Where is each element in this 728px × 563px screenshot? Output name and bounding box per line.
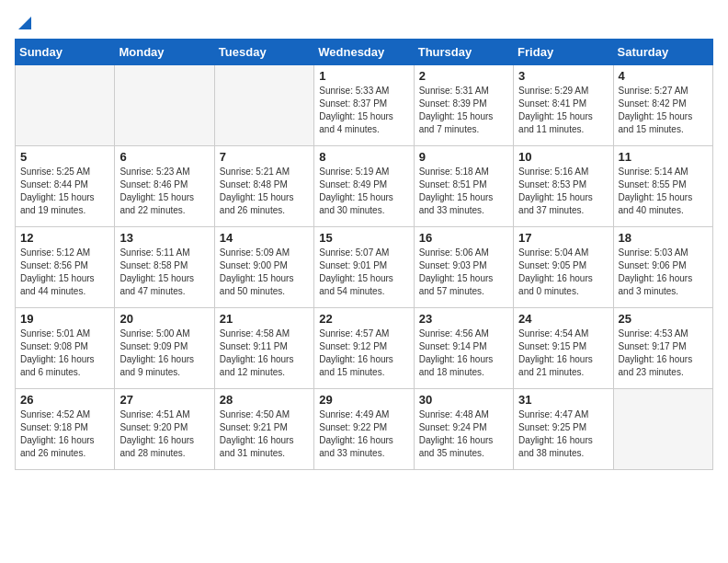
day-number: 22 bbox=[319, 312, 408, 326]
weekday-header-wednesday: Wednesday bbox=[314, 40, 414, 65]
day-number: 27 bbox=[119, 393, 209, 407]
day-number: 9 bbox=[419, 150, 508, 164]
calendar-week-1: 1Sunrise: 5:33 AM Sunset: 8:37 PM Daylig… bbox=[16, 65, 713, 146]
calendar-week-4: 19Sunrise: 5:01 AM Sunset: 9:08 PM Dayli… bbox=[16, 308, 713, 389]
day-info: Sunrise: 5:06 AM Sunset: 9:03 PM Dayligh… bbox=[419, 247, 508, 298]
calendar-day: 25Sunrise: 4:53 AM Sunset: 9:17 PM Dayli… bbox=[613, 308, 712, 389]
day-number: 1 bbox=[319, 69, 408, 83]
day-info: Sunrise: 5:11 AM Sunset: 8:58 PM Dayligh… bbox=[119, 247, 209, 298]
calendar-day: 11Sunrise: 5:14 AM Sunset: 8:55 PM Dayli… bbox=[613, 146, 712, 227]
day-info: Sunrise: 5:04 AM Sunset: 9:05 PM Dayligh… bbox=[518, 247, 608, 298]
day-number: 3 bbox=[518, 69, 608, 83]
day-info: Sunrise: 4:58 AM Sunset: 9:11 PM Dayligh… bbox=[220, 327, 309, 379]
calendar-day: 9Sunrise: 5:18 AM Sunset: 8:51 PM Daylig… bbox=[414, 146, 513, 227]
day-number: 5 bbox=[20, 150, 109, 164]
day-number: 2 bbox=[419, 69, 508, 83]
calendar-day: 22Sunrise: 4:57 AM Sunset: 9:12 PM Dayli… bbox=[314, 308, 414, 389]
weekday-header-thursday: Thursday bbox=[414, 40, 513, 65]
calendar-day: 30Sunrise: 4:48 AM Sunset: 9:24 PM Dayli… bbox=[414, 389, 513, 470]
weekday-header-sunday: Sunday bbox=[16, 40, 115, 65]
day-info: Sunrise: 4:49 AM Sunset: 9:22 PM Dayligh… bbox=[319, 408, 408, 460]
weekday-header-row: SundayMondayTuesdayWednesdayThursdayFrid… bbox=[16, 40, 713, 65]
calendar-day: 2Sunrise: 5:31 AM Sunset: 8:39 PM Daylig… bbox=[414, 65, 513, 146]
calendar-day: 27Sunrise: 4:51 AM Sunset: 9:20 PM Dayli… bbox=[115, 389, 214, 470]
day-info: Sunrise: 4:48 AM Sunset: 9:24 PM Dayligh… bbox=[419, 408, 508, 460]
day-number: 26 bbox=[20, 393, 109, 407]
day-info: Sunrise: 4:57 AM Sunset: 9:12 PM Dayligh… bbox=[319, 327, 408, 379]
day-info: Sunrise: 5:23 AM Sunset: 8:46 PM Dayligh… bbox=[119, 166, 209, 217]
day-number: 8 bbox=[319, 150, 408, 164]
day-info: Sunrise: 4:47 AM Sunset: 9:25 PM Dayligh… bbox=[518, 408, 608, 460]
calendar-day: 29Sunrise: 4:49 AM Sunset: 9:22 PM Dayli… bbox=[314, 389, 414, 470]
calendar-day: 3Sunrise: 5:29 AM Sunset: 8:41 PM Daylig… bbox=[514, 65, 613, 146]
day-number: 16 bbox=[419, 231, 508, 245]
day-number: 19 bbox=[20, 312, 109, 326]
day-info: Sunrise: 4:54 AM Sunset: 9:15 PM Dayligh… bbox=[518, 327, 608, 379]
day-info: Sunrise: 5:25 AM Sunset: 8:44 PM Dayligh… bbox=[20, 166, 109, 217]
calendar-day bbox=[115, 65, 214, 146]
calendar-day: 6Sunrise: 5:23 AM Sunset: 8:46 PM Daylig… bbox=[115, 146, 214, 227]
weekday-header-monday: Monday bbox=[115, 40, 214, 65]
day-info: Sunrise: 5:27 AM Sunset: 8:42 PM Dayligh… bbox=[619, 85, 708, 136]
day-info: Sunrise: 5:12 AM Sunset: 8:56 PM Dayligh… bbox=[20, 247, 109, 298]
day-info: Sunrise: 5:18 AM Sunset: 8:51 PM Dayligh… bbox=[419, 166, 508, 217]
day-info: Sunrise: 5:09 AM Sunset: 9:00 PM Dayligh… bbox=[220, 247, 309, 298]
calendar-day: 17Sunrise: 5:04 AM Sunset: 9:05 PM Dayli… bbox=[514, 227, 613, 308]
calendar-day: 13Sunrise: 5:11 AM Sunset: 8:58 PM Dayli… bbox=[115, 227, 214, 308]
day-number: 23 bbox=[419, 312, 508, 326]
day-number: 14 bbox=[220, 231, 309, 245]
calendar-day: 24Sunrise: 4:54 AM Sunset: 9:15 PM Dayli… bbox=[514, 308, 613, 389]
day-number: 12 bbox=[20, 231, 109, 245]
day-number: 20 bbox=[119, 312, 209, 326]
logo-triangle-icon bbox=[17, 15, 33, 31]
calendar-day: 23Sunrise: 4:56 AM Sunset: 9:14 PM Dayli… bbox=[414, 308, 513, 389]
calendar-day bbox=[613, 389, 712, 470]
calendar-day: 26Sunrise: 4:52 AM Sunset: 9:18 PM Dayli… bbox=[16, 389, 115, 470]
calendar-day: 8Sunrise: 5:19 AM Sunset: 8:49 PM Daylig… bbox=[314, 146, 414, 227]
day-info: Sunrise: 5:03 AM Sunset: 9:06 PM Dayligh… bbox=[619, 247, 708, 298]
weekday-header-friday: Friday bbox=[514, 40, 613, 65]
day-info: Sunrise: 5:01 AM Sunset: 9:08 PM Dayligh… bbox=[20, 327, 109, 379]
calendar-day: 4Sunrise: 5:27 AM Sunset: 8:42 PM Daylig… bbox=[613, 65, 712, 146]
header bbox=[15, 15, 713, 31]
day-info: Sunrise: 5:00 AM Sunset: 9:09 PM Dayligh… bbox=[119, 327, 209, 379]
day-info: Sunrise: 5:31 AM Sunset: 8:39 PM Dayligh… bbox=[419, 85, 508, 136]
day-number: 15 bbox=[319, 231, 408, 245]
day-number: 21 bbox=[220, 312, 309, 326]
day-info: Sunrise: 4:53 AM Sunset: 9:17 PM Dayligh… bbox=[619, 327, 708, 379]
day-info: Sunrise: 4:51 AM Sunset: 9:20 PM Dayligh… bbox=[119, 408, 209, 460]
day-info: Sunrise: 4:50 AM Sunset: 9:21 PM Dayligh… bbox=[220, 408, 309, 460]
day-number: 11 bbox=[619, 150, 708, 164]
calendar-week-3: 12Sunrise: 5:12 AM Sunset: 8:56 PM Dayli… bbox=[16, 227, 713, 308]
logo bbox=[15, 15, 33, 31]
calendar-day: 7Sunrise: 5:21 AM Sunset: 8:48 PM Daylig… bbox=[214, 146, 313, 227]
calendar-day: 16Sunrise: 5:06 AM Sunset: 9:03 PM Dayli… bbox=[414, 227, 513, 308]
day-info: Sunrise: 5:07 AM Sunset: 9:01 PM Dayligh… bbox=[319, 247, 408, 298]
day-number: 4 bbox=[619, 69, 708, 83]
day-number: 10 bbox=[518, 150, 608, 164]
day-info: Sunrise: 5:21 AM Sunset: 8:48 PM Dayligh… bbox=[220, 166, 309, 217]
weekday-header-saturday: Saturday bbox=[613, 40, 712, 65]
calendar-week-5: 26Sunrise: 4:52 AM Sunset: 9:18 PM Dayli… bbox=[16, 389, 713, 470]
day-number: 24 bbox=[518, 312, 608, 326]
calendar-day: 10Sunrise: 5:16 AM Sunset: 8:53 PM Dayli… bbox=[514, 146, 613, 227]
day-info: Sunrise: 4:52 AM Sunset: 9:18 PM Dayligh… bbox=[20, 408, 109, 460]
day-number: 31 bbox=[518, 393, 608, 407]
calendar-table: SundayMondayTuesdayWednesdayThursdayFrid… bbox=[15, 39, 713, 470]
day-number: 30 bbox=[419, 393, 508, 407]
day-info: Sunrise: 5:19 AM Sunset: 8:49 PM Dayligh… bbox=[319, 166, 408, 217]
svg-marker-0 bbox=[18, 17, 31, 29]
calendar-day bbox=[214, 65, 313, 146]
calendar-day bbox=[16, 65, 115, 146]
day-info: Sunrise: 5:16 AM Sunset: 8:53 PM Dayligh… bbox=[518, 166, 608, 217]
day-info: Sunrise: 5:33 AM Sunset: 8:37 PM Dayligh… bbox=[319, 85, 408, 136]
day-number: 17 bbox=[518, 231, 608, 245]
calendar-day: 14Sunrise: 5:09 AM Sunset: 9:00 PM Dayli… bbox=[214, 227, 313, 308]
calendar-day: 19Sunrise: 5:01 AM Sunset: 9:08 PM Dayli… bbox=[16, 308, 115, 389]
calendar-day: 12Sunrise: 5:12 AM Sunset: 8:56 PM Dayli… bbox=[16, 227, 115, 308]
calendar-day: 28Sunrise: 4:50 AM Sunset: 9:21 PM Dayli… bbox=[214, 389, 313, 470]
calendar-day: 20Sunrise: 5:00 AM Sunset: 9:09 PM Dayli… bbox=[115, 308, 214, 389]
calendar-week-2: 5Sunrise: 5:25 AM Sunset: 8:44 PM Daylig… bbox=[16, 146, 713, 227]
day-info: Sunrise: 5:29 AM Sunset: 8:41 PM Dayligh… bbox=[518, 85, 608, 136]
day-number: 13 bbox=[119, 231, 209, 245]
